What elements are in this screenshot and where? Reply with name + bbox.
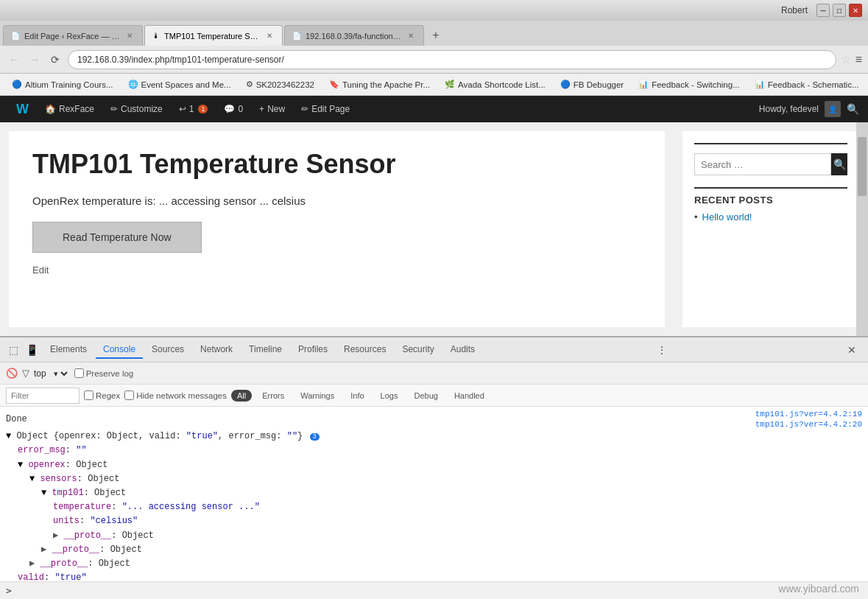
new-tab-button[interactable]: + <box>426 25 446 46</box>
devtools-tab-network[interactable]: Network <box>193 341 240 359</box>
bookmark-tuning[interactable]: 🔖 Tuning the Apache Pr... <box>323 78 436 91</box>
devtools-tab-profiles[interactable]: Profiles <box>291 341 335 359</box>
back-button[interactable]: ← <box>6 52 22 68</box>
object-expander[interactable]: ▼ <box>6 431 11 441</box>
devtools-tab-audits[interactable]: Audits <box>443 341 482 359</box>
console-error-msg: , error_msg: <box>218 431 287 441</box>
filter-logs-button[interactable]: Logs <box>375 390 404 402</box>
regex-checkbox[interactable] <box>84 390 93 400</box>
wp-logo-button[interactable]: W <box>9 96 36 122</box>
devtools-filter-bar: Regex Hide network messages All Errors W… <box>0 385 868 407</box>
bookmark-label-4: Tuning the Apache Pr... <box>342 80 430 89</box>
maximize-button[interactable]: □ <box>833 4 846 17</box>
devtools-mobile-icon[interactable]: 📱 <box>23 341 41 359</box>
read-temperature-button[interactable]: Read Temperature Now <box>32 222 202 253</box>
devtools-more-icon[interactable]: ⋮ <box>657 344 667 356</box>
wp-admin-right: Howdy, fedevel 👤 🔍 <box>759 101 859 117</box>
devtools-top-label: top <box>34 368 46 379</box>
console-openrex-line[interactable]: ▼ openrex: Object <box>6 458 320 472</box>
devtools-filter-input[interactable] <box>6 388 80 404</box>
preserve-log-checkbox[interactable] <box>74 368 84 378</box>
edit-link[interactable]: Edit <box>32 265 641 276</box>
wp-search-icon[interactable]: 🔍 <box>847 103 859 115</box>
console-object-line[interactable]: ▼ Object {openrex: Object, valid: "true"… <box>6 430 320 444</box>
bookmark-event-spaces[interactable]: 🌐 Event Spaces and Me... <box>122 78 237 91</box>
bookmark-star-icon[interactable]: ☆ <box>841 52 851 66</box>
minimize-button[interactable]: ─ <box>816 4 830 17</box>
bookmark-altium[interactable]: 🔵 Altium Training Cours... <box>6 78 119 91</box>
tab-fa-functions[interactable]: 📄 192.168.0.39/fa-functions... ✕ <box>284 25 424 46</box>
devtools-tab-timeline[interactable]: Timeline <box>241 341 289 359</box>
bookmark-feedback-switching[interactable]: 📊 Feedback - Switching... <box>632 78 746 91</box>
devtools-close-button[interactable]: ✕ <box>841 341 862 359</box>
wp-messages[interactable]: 💬 0 <box>216 96 250 122</box>
search-button[interactable]: 🔍 <box>831 153 847 175</box>
filter-info-button[interactable]: Info <box>345 390 370 402</box>
bookmark-fb-debugger[interactable]: 🔵 FB Debugger <box>554 78 629 91</box>
sidebar-top-divider <box>694 143 847 144</box>
wp-edit-page[interactable]: ✏ Edit Page <box>294 96 357 122</box>
proto2-label: __proto__ <box>52 544 99 555</box>
sidebar-post-item: • Hello world! <box>694 211 847 223</box>
bookmark-label-7: Feedback - Switching... <box>652 80 740 89</box>
wp-site-name[interactable]: 🏠 RexFace <box>38 96 102 122</box>
console-proto3-line[interactable]: ▶ __proto__: Object <box>6 557 320 571</box>
wp-customize[interactable]: ✏ Customize <box>103 96 170 122</box>
browser-menu-icon[interactable]: ≡ <box>855 53 862 66</box>
tab-edit-page[interactable]: 📄 Edit Page ‹ RexFace — Wo... ✕ <box>3 25 143 46</box>
regex-label: Regex <box>84 390 120 400</box>
tab-tmp101[interactable]: 🌡 TMP101 Temperature Sen... ✕ <box>144 25 283 46</box>
bookmark-icon-4: 🔖 <box>329 80 339 89</box>
bookmark-icon-2: 🌐 <box>128 80 138 89</box>
filter-all-button[interactable]: All <box>231 390 252 402</box>
refresh-button[interactable]: ⟳ <box>47 52 63 68</box>
close-button[interactable]: ✕ <box>849 4 862 17</box>
scroll-thumb[interactable] <box>858 137 867 196</box>
devtools-tab-resources[interactable]: Resources <box>336 341 393 359</box>
devtools-tab-sources[interactable]: Sources <box>144 341 191 359</box>
tab-close-button-active[interactable]: ✕ <box>264 31 275 41</box>
bookmark-sk[interactable]: ⚙ SK2023462232 <box>240 78 320 91</box>
wp-avatar[interactable]: 👤 <box>825 101 841 117</box>
tmp101-expander[interactable]: ▼ <box>41 488 46 498</box>
tab-close-button-3[interactable]: ✕ <box>406 31 416 41</box>
wp-comments[interactable]: ↩ 1 1 <box>172 96 216 122</box>
browser-content: TMP101 Temperature Sensor OpenRex temper… <box>0 122 868 336</box>
console-valid-line: valid: "true" <box>6 571 320 581</box>
search-icon: 🔍 <box>833 158 846 170</box>
wp-new[interactable]: + New <box>252 96 292 122</box>
filter-warnings-button[interactable]: Warnings <box>294 390 340 402</box>
filter-errors-button[interactable]: Errors <box>256 390 290 402</box>
devtools-tab-security[interactable]: Security <box>395 341 441 359</box>
devtools-clear-icon[interactable]: 🚫 <box>6 368 18 379</box>
console-proto1-line[interactable]: ▶ __proto__: Object <box>6 529 320 543</box>
openrex-expander[interactable]: ▼ <box>18 460 23 470</box>
page-description: OpenRex temperature is: ... accessing se… <box>32 195 641 207</box>
sensors-expander[interactable]: ▼ <box>29 474 35 484</box>
page-scrollbar[interactable] <box>856 122 868 336</box>
filename1-link[interactable]: tmp101.js?ver=4.4.2:19 <box>755 410 862 418</box>
console-tmp101-line[interactable]: ▼ tmp101: Object <box>6 486 320 500</box>
address-input[interactable] <box>68 50 836 69</box>
forward-button[interactable]: → <box>27 52 43 68</box>
devtools-bottom-bar: > <box>0 581 868 599</box>
devtools-context-select[interactable]: ▾ <box>51 368 70 379</box>
hide-network-checkbox[interactable] <box>124 390 134 400</box>
bookmark-avada[interactable]: 🌿 Avada Shortcode List... <box>439 78 551 91</box>
recent-posts-heading: RECENT POSTS <box>694 195 847 206</box>
hello-world-link[interactable]: Hello world! <box>702 211 752 223</box>
filter-debug-button[interactable]: Debug <box>408 390 443 402</box>
wp-home-icon: 🏠 <box>45 104 56 114</box>
devtools-tab-console[interactable]: Console <box>96 341 143 359</box>
console-sensors-line[interactable]: ▼ sensors: Object <box>6 472 320 486</box>
filter-handled-button[interactable]: Handled <box>448 390 490 402</box>
devtools-filter-icon[interactable]: ▽ <box>22 368 29 379</box>
console-proto2-line[interactable]: ▶ __proto__: Object <box>6 543 320 557</box>
devtools-tab-elements[interactable]: Elements <box>43 341 94 359</box>
filename2-link[interactable]: tmp101.js?ver=4.4.2:20 <box>755 420 862 429</box>
bookmark-feedback-schematic[interactable]: 📊 Feedback - Schematic... <box>749 78 865 91</box>
search-input[interactable] <box>694 153 831 175</box>
tab-close-button[interactable]: ✕ <box>124 31 135 41</box>
devtools-elements-toggle[interactable]: ⬚ <box>6 341 21 359</box>
devtools-console-input[interactable] <box>15 586 862 596</box>
